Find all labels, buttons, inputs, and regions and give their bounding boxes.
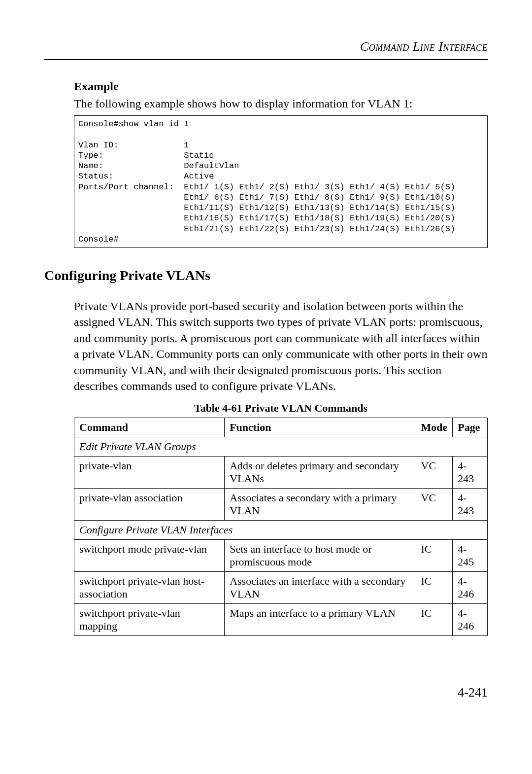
table-group-row: Configure Private VLAN Interfaces	[74, 521, 488, 540]
cell: Associates a secondary with a primary VL…	[225, 489, 416, 521]
table-row: switchport private-vlan host-association…	[74, 572, 488, 604]
cell: private-vlan association	[74, 489, 225, 521]
cell: 4-245	[453, 540, 488, 572]
cell: Associates an interface with a secondary…	[225, 572, 416, 604]
table-title: Table 4-61 Private VLAN Commands	[74, 402, 488, 415]
cell: Maps an interface to a primary VLAN	[225, 604, 416, 636]
cell: 4-243	[453, 489, 488, 521]
cell: VC	[416, 489, 453, 521]
col-page: Page	[453, 418, 488, 437]
page-number: 4-241	[44, 685, 488, 700]
section-body: Private VLANs provide port-based securit…	[74, 298, 488, 394]
cell: IC	[416, 572, 453, 604]
group-label: Configure Private VLAN Interfaces	[74, 521, 488, 540]
cell: private-vlan	[74, 457, 225, 489]
cell: Sets an interface to host mode or promis…	[225, 540, 416, 572]
cell: switchport private-vlan host-association	[74, 572, 225, 604]
section-title: Configuring Private VLANs	[44, 268, 488, 283]
group-label: Edit Private VLAN Groups	[74, 437, 488, 457]
table-header-row: Command Function Mode Page	[74, 418, 488, 437]
table-group-row: Edit Private VLAN Groups	[74, 437, 488, 457]
running-head: Command Line Interface	[44, 39, 488, 54]
table-row: switchport mode private-vlan Sets an int…	[74, 540, 488, 572]
cell: 4-246	[453, 604, 488, 636]
cell: Adds or deletes primary and secondary VL…	[225, 457, 416, 489]
table-row: private-vlan Adds or deletes primary and…	[74, 457, 488, 489]
cell: switchport private-vlan mapping	[74, 604, 225, 636]
col-function: Function	[225, 418, 416, 437]
table-row: switchport private-vlan mapping Maps an …	[74, 604, 488, 636]
col-command: Command	[74, 418, 225, 437]
example-code: Console#show vlan id 1 Vlan ID: 1 Type: …	[74, 115, 488, 248]
example-heading: Example	[74, 80, 488, 93]
cell: IC	[416, 540, 453, 572]
col-mode: Mode	[416, 418, 453, 437]
cell: 4-243	[453, 457, 488, 489]
cell: switchport mode private-vlan	[74, 540, 225, 572]
table-row: private-vlan association Associates a se…	[74, 489, 488, 521]
header-rule	[44, 59, 488, 60]
cell: 4-246	[453, 572, 488, 604]
example-lead: The following example shows how to displ…	[74, 97, 488, 110]
cell: IC	[416, 604, 453, 636]
cell: VC	[416, 457, 453, 489]
commands-table: Command Function Mode Page Edit Private …	[74, 418, 488, 636]
